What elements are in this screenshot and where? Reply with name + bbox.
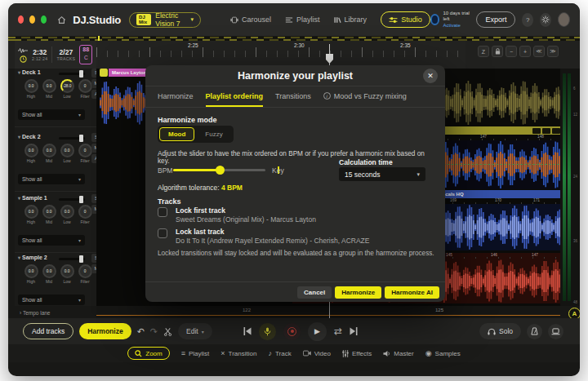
playlist-icon (285, 16, 293, 24)
harmonize-button[interactable]: Harmonize (335, 286, 381, 299)
record-button[interactable] (283, 323, 301, 340)
close-icon[interactable]: ✕ (423, 69, 438, 83)
mix-selector[interactable]: DJ Mix Electric Vision 7 ▾ (129, 12, 201, 28)
repeat-icon[interactable]: ⇄ (334, 326, 342, 337)
stem-filter-dropdown[interactable]: Show all▾ (18, 109, 85, 120)
tab-playlist-panel[interactable]: ≡Playlist (181, 349, 210, 357)
tab-samples[interactable]: ◉Samples (425, 349, 461, 357)
high-knob[interactable]: 0.0High (22, 144, 40, 163)
tab-library[interactable]: Library (334, 16, 368, 24)
scissors-icon[interactable] (163, 327, 172, 336)
high-knob[interactable]: 0.0High (22, 264, 40, 284)
list-icon: ≡ (181, 349, 185, 357)
tempo-lane[interactable]: 122 125 (96, 306, 560, 318)
zoom-fit-button[interactable]: Z (478, 46, 489, 57)
slider-left-label: BPM (158, 166, 172, 175)
harmonize-toolbar-button[interactable]: Harmonize (79, 323, 131, 339)
low-knob[interactable]: 0.0Low (58, 144, 76, 163)
clip-button-2[interactable] (542, 128, 550, 134)
export-button[interactable]: Export (476, 11, 515, 28)
lock-last-checkbox[interactable] (158, 228, 167, 238)
gear-icon[interactable] (540, 13, 551, 27)
zoom-in-button[interactable]: + (519, 46, 531, 57)
stem-filter-dropdown[interactable]: Show all▾ (18, 235, 85, 246)
zoom-out-button[interactable]: − (506, 46, 517, 57)
topbar-right: 10 days trial left Activate Export ? (430, 11, 570, 29)
mode-mood-button[interactable]: Mood (159, 127, 194, 141)
mode-fuzzy-button[interactable]: Fuzzy (196, 127, 231, 141)
tab-mood-vs-fuzzy[interactable]: i Mood vs Fuzzy mixing (323, 86, 407, 107)
tab-harmonize[interactable]: Harmonize (158, 86, 194, 107)
brand-logo-icon (430, 14, 440, 25)
deck-volume-slider[interactable] (59, 137, 85, 140)
low-knob[interactable]: 0.0Low (58, 205, 76, 224)
meter-right (568, 73, 571, 301)
slider-description: Adjust the slider to have the mix ordere… (158, 150, 435, 165)
deck-volume-slider[interactable] (59, 73, 85, 75)
edit-menu-button[interactable]: Edit▾ (178, 323, 212, 339)
tab-carousel[interactable]: Carousel (230, 16, 271, 24)
app-logo: DJ.Studio (73, 14, 121, 26)
tab-playlist[interactable]: Playlist (285, 16, 320, 24)
activate-link[interactable]: Activate (443, 23, 460, 28)
tab-transition[interactable]: ×Transition (220, 349, 256, 357)
slider-thumb[interactable] (216, 166, 225, 175)
tab-track[interactable]: ♪Track (268, 349, 291, 357)
tab-effects[interactable]: Effects (342, 350, 372, 357)
display-icon[interactable] (548, 324, 564, 339)
play-button[interactable]: ▶ (308, 322, 327, 341)
locked-transitions-note: Locked transitions will stay locked and … (158, 250, 435, 257)
deck-volume-slider[interactable] (59, 258, 85, 260)
clip-button-1[interactable] (532, 128, 541, 134)
prev-track-icon[interactable] (243, 327, 252, 335)
tab-transitions[interactable]: Transitions (275, 86, 311, 107)
high-knob[interactable]: 0.0High (22, 205, 40, 224)
mid-knob[interactable]: 0.0Mid (40, 79, 58, 99)
tab-studio[interactable]: Studio (381, 11, 430, 28)
tempo-curve[interactable] (96, 315, 560, 316)
undo-icon[interactable]: ↶ (137, 326, 145, 337)
stem-filter-dropdown[interactable]: Show all▾ (18, 174, 85, 184)
help-icon[interactable]: ? (522, 13, 533, 27)
tab-playlist-ordering[interactable]: Playlist ordering (206, 86, 264, 107)
traffic-minimize-icon[interactable] (29, 16, 35, 24)
tab-zoom[interactable]: Zoom (127, 347, 169, 360)
calculation-time-select[interactable]: 15 seconds ▾ (339, 167, 425, 181)
time-ruler[interactable]: 2:25 2:30 2:35 (96, 41, 466, 69)
zoom-controls: Z − + ≪ ≫ (478, 46, 559, 57)
lock-icon[interactable] (492, 46, 503, 57)
overview-waveform[interactable] (8, 37, 580, 38)
high-knob[interactable]: 0.0High (22, 79, 40, 99)
traffic-close-icon[interactable] (18, 16, 24, 24)
mid-knob[interactable]: 0.0Mid (40, 144, 58, 163)
traffic-zoom-icon[interactable] (41, 16, 47, 24)
solo-button-main[interactable]: Solo (479, 323, 521, 339)
harmonize-ai-button[interactable]: Harmonize AI (385, 286, 439, 299)
mic-icon[interactable] (259, 323, 276, 340)
scroll-right-icon[interactable]: ≫ (547, 46, 559, 57)
mid-knob[interactable]: 0.0Mid (40, 264, 58, 284)
add-tracks-button[interactable]: Add tracks (23, 323, 74, 339)
collapse-chevron-icon: ▾ (18, 70, 20, 75)
scroll-left-icon[interactable]: ≪ (533, 46, 545, 57)
tab-video[interactable]: Video (303, 350, 331, 357)
next-track-icon[interactable] (350, 327, 358, 335)
mid-knob[interactable]: 0.0Mid (40, 205, 58, 224)
tolerance-value: 4 BPM (221, 184, 243, 192)
redo-icon[interactable]: ↷ (150, 326, 158, 337)
clip-button-3[interactable] (552, 128, 560, 134)
stem-filter-dropdown[interactable]: Show all▾ (18, 295, 85, 305)
tempo-value: 122 (243, 308, 251, 312)
home-icon[interactable] (57, 16, 66, 24)
metronome-icon[interactable] (527, 324, 542, 339)
low-knob[interactable]: -28.0Low (58, 79, 76, 99)
bpm-key-slider[interactable] (173, 169, 265, 171)
library-icon (334, 16, 341, 24)
low-knob[interactable]: 0.0Low (58, 264, 76, 284)
deck-volume-slider[interactable] (59, 198, 85, 201)
tracks-heading: Tracks (158, 197, 181, 206)
lock-first-checkbox[interactable] (158, 207, 167, 217)
cancel-button[interactable]: Cancel (297, 286, 332, 299)
avatar[interactable] (558, 12, 570, 27)
tab-master[interactable]: Master (383, 350, 413, 357)
